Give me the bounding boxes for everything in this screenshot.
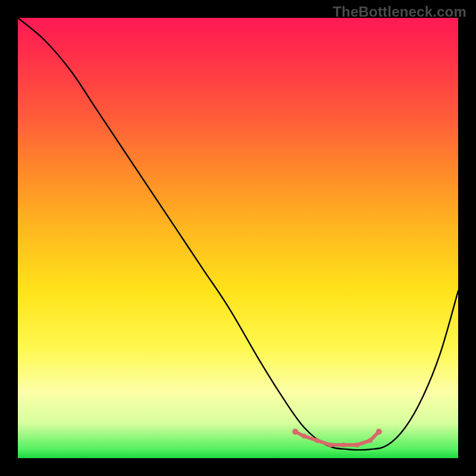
watermark-text: TheBottleneck.com bbox=[333, 4, 466, 20]
optimal-marker bbox=[342, 443, 346, 447]
curve-overlay bbox=[18, 18, 458, 458]
plot-area bbox=[18, 18, 458, 458]
optimal-marker bbox=[355, 443, 359, 447]
optimal-marker bbox=[292, 429, 298, 435]
optimal-marker bbox=[376, 429, 382, 435]
chart-frame: TheBottleneck.com bbox=[0, 0, 476, 476]
optimal-zone-markers bbox=[292, 429, 382, 447]
optimal-marker bbox=[315, 438, 320, 443]
bottleneck-curve bbox=[18, 18, 458, 450]
optimal-marker bbox=[328, 443, 333, 447]
optimal-marker bbox=[302, 434, 306, 439]
optimal-marker bbox=[368, 438, 372, 443]
